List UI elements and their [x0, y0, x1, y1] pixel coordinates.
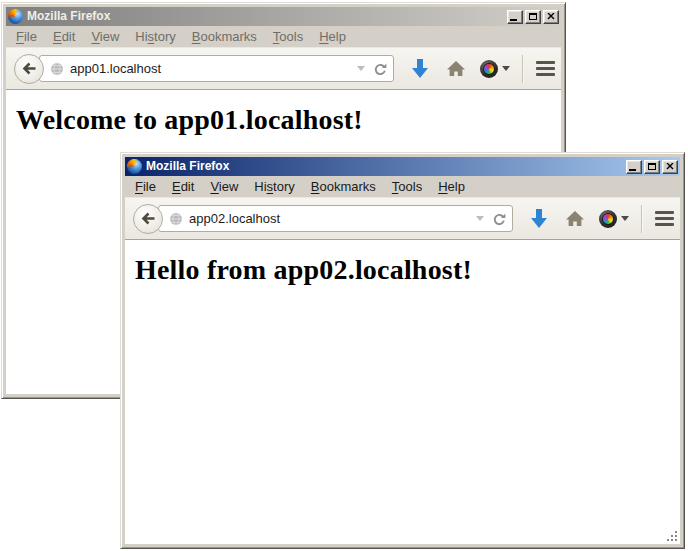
- navigation-toolbar: app02.localhost: [125, 197, 680, 240]
- menu-view[interactable]: View: [202, 177, 246, 196]
- page-heading: Welcome to app01.localhost!: [16, 104, 561, 136]
- window-title: Mozilla Firefox: [146, 159, 229, 173]
- menu-edit[interactable]: Edit: [45, 27, 83, 46]
- menu-help[interactable]: Help: [430, 177, 473, 196]
- home-icon: [446, 60, 466, 77]
- page-content: Hello from app02.localhost!: [125, 240, 680, 544]
- caret-down-icon: [621, 216, 629, 221]
- menu-bar: FileEditViewHistoryBookmarksToolsHelp: [6, 26, 561, 47]
- back-button[interactable]: [133, 204, 163, 234]
- menu-bookmarks[interactable]: Bookmarks: [184, 27, 265, 46]
- titlebar[interactable]: Mozilla Firefox: [125, 157, 680, 176]
- resize-grip[interactable]: [666, 530, 679, 543]
- url-bar[interactable]: app02.localhost: [158, 205, 513, 232]
- colorwheel-icon: [599, 210, 617, 228]
- maximize-button[interactable]: [525, 10, 541, 24]
- reload-button[interactable]: [373, 62, 387, 76]
- firefox-logo-icon: [127, 159, 142, 174]
- toolbar-separator: [641, 205, 643, 233]
- home-button[interactable]: [446, 60, 466, 77]
- window-controls: [507, 10, 559, 24]
- reload-button[interactable]: [492, 212, 506, 226]
- titlebar[interactable]: Mozilla Firefox: [6, 7, 561, 26]
- firefox-logo-icon: [8, 9, 23, 24]
- close-button[interactable]: [662, 160, 678, 174]
- back-arrow-icon: [141, 212, 156, 225]
- minimize-button[interactable]: [626, 160, 642, 174]
- navigation-toolbar: app01.localhost: [6, 47, 561, 90]
- addon-colorwheel-button[interactable]: [599, 210, 629, 228]
- menu-view[interactable]: View: [83, 27, 127, 46]
- firefox-window-app02: Mozilla Firefox FileEditViewHistoryBookm…: [120, 152, 685, 549]
- close-icon: [547, 13, 555, 20]
- menu-edit[interactable]: Edit: [164, 177, 202, 196]
- menu-file[interactable]: File: [127, 177, 164, 196]
- close-icon: [666, 163, 674, 170]
- maximize-icon: [529, 13, 537, 20]
- menu-tools[interactable]: Tools: [265, 27, 311, 46]
- site-globe-icon[interactable]: [169, 212, 183, 226]
- hamburger-menu-button[interactable]: [536, 58, 555, 79]
- menu-tools[interactable]: Tools: [384, 177, 430, 196]
- url-text[interactable]: app01.localhost: [70, 61, 351, 76]
- toolbar-separator: [522, 55, 524, 83]
- menu-help[interactable]: Help: [311, 27, 354, 46]
- menu-bookmarks[interactable]: Bookmarks: [303, 177, 384, 196]
- site-globe-icon[interactable]: [50, 62, 64, 76]
- minimize-button[interactable]: [507, 10, 523, 24]
- minimize-icon: [510, 19, 517, 21]
- menu-history[interactable]: History: [246, 177, 302, 196]
- menu-bar: FileEditViewHistoryBookmarksToolsHelp: [125, 176, 680, 197]
- download-button[interactable]: [529, 208, 549, 230]
- download-arrow-icon: [529, 208, 549, 230]
- addon-colorwheel-button[interactable]: [480, 60, 510, 78]
- window-title: Mozilla Firefox: [27, 9, 110, 23]
- close-button[interactable]: [543, 10, 559, 24]
- window-controls: [626, 160, 678, 174]
- hamburger-menu-button[interactable]: [655, 208, 674, 229]
- urlbar-history-dropdown-icon[interactable]: [476, 216, 484, 221]
- menu-file[interactable]: File: [8, 27, 45, 46]
- maximize-icon: [648, 163, 656, 170]
- minimize-icon: [629, 169, 636, 171]
- home-icon: [565, 210, 585, 227]
- page-heading: Hello from app02.localhost!: [135, 254, 680, 286]
- maximize-button[interactable]: [644, 160, 660, 174]
- caret-down-icon: [502, 66, 510, 71]
- download-arrow-icon: [410, 58, 430, 80]
- download-button[interactable]: [410, 58, 430, 80]
- back-arrow-icon: [22, 62, 37, 75]
- urlbar-history-dropdown-icon[interactable]: [357, 66, 365, 71]
- menu-history[interactable]: History: [127, 27, 183, 46]
- colorwheel-icon: [480, 60, 498, 78]
- back-button[interactable]: [14, 54, 44, 84]
- url-text[interactable]: app02.localhost: [189, 211, 470, 226]
- home-button[interactable]: [565, 210, 585, 227]
- url-bar[interactable]: app01.localhost: [39, 55, 394, 82]
